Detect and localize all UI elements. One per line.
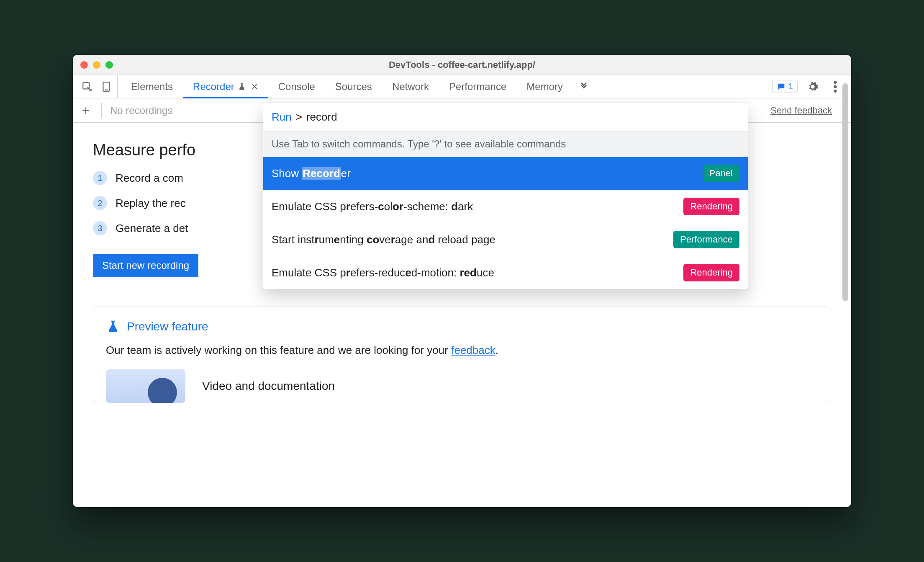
message-icon (777, 82, 786, 91)
card-title: Preview feature (127, 320, 208, 333)
scrollbar-thumb[interactable] (842, 83, 848, 301)
step-text: Generate a det (116, 222, 188, 235)
flask-icon (106, 320, 120, 334)
command-run-label: Run (272, 111, 292, 124)
step-text: Record a com (116, 172, 183, 185)
send-feedback-link[interactable]: Send feedback (770, 105, 845, 116)
tabs-overflow-icon[interactable] (573, 75, 595, 98)
command-item-badge: Performance (673, 231, 739, 248)
command-item-label: Show Recorder (272, 167, 351, 180)
titlebar: DevTools - coffee-cart.netlify.app/ (73, 55, 851, 75)
close-tab-icon[interactable]: ✕ (251, 82, 258, 92)
command-menu: Run >record Use Tab to switch commands. … (263, 103, 748, 289)
command-hint: Use Tab to switch commands. Type '?' to … (263, 131, 748, 157)
step-text: Replay the rec (116, 197, 186, 210)
tab-performance[interactable]: Performance (439, 75, 516, 98)
no-recordings-label: No recordings (110, 105, 172, 116)
command-prefix: > (296, 111, 302, 124)
media-title: Video and documentation (202, 379, 335, 393)
video-thumbnail[interactable] (106, 369, 185, 403)
step-number: 1 (93, 171, 107, 185)
command-input[interactable]: Run >record (263, 103, 748, 131)
command-item-label: Emulate CSS prefers-reduced-motion: redu… (272, 266, 494, 279)
card-text: Our team is actively working on this fea… (106, 344, 818, 357)
settings-icon[interactable] (805, 79, 820, 94)
new-recording-icon[interactable]: ＋ (79, 102, 93, 119)
start-recording-button[interactable]: Start new recording (93, 254, 198, 277)
window-title: DevTools - coffee-cart.netlify.app/ (73, 59, 851, 70)
tabs: Elements Recorder ✕ Console Sources Netw… (121, 75, 595, 98)
command-item-label: Start instrumenting coverage and reload … (272, 233, 495, 246)
svg-point-3 (834, 81, 837, 84)
tab-sources[interactable]: Sources (325, 75, 382, 98)
command-item[interactable]: Show RecorderPanel (263, 157, 748, 190)
devtools-window: DevTools - coffee-cart.netlify.app/ Elem… (73, 55, 851, 507)
preview-feature-card: Preview feature Our team is actively wor… (93, 307, 831, 403)
more-icon[interactable] (828, 79, 843, 94)
command-query: record (306, 111, 337, 124)
tab-strip: Elements Recorder ✕ Console Sources Netw… (73, 75, 851, 98)
svg-point-5 (834, 90, 837, 93)
feedback-link[interactable]: feedback (451, 344, 495, 356)
tab-elements[interactable]: Elements (121, 75, 183, 98)
command-item-label: Emulate CSS prefers-color-scheme: dark (272, 200, 473, 213)
command-item-badge: Panel (703, 165, 739, 182)
svg-point-4 (834, 85, 837, 88)
tab-network[interactable]: Network (382, 75, 439, 98)
command-item[interactable]: Emulate CSS prefers-reduced-motion: redu… (263, 256, 748, 289)
media-row: Video and documentation (106, 369, 818, 403)
tab-memory[interactable]: Memory (516, 75, 573, 98)
command-item[interactable]: Start instrumenting coverage and reload … (263, 223, 748, 256)
tab-recorder[interactable]: Recorder ✕ (183, 75, 268, 98)
device-toolbar-icon[interactable] (99, 79, 114, 94)
scrollbar[interactable] (841, 79, 850, 507)
step-number: 2 (93, 196, 107, 210)
messages-button[interactable]: 1 (772, 80, 798, 93)
flask-icon (238, 82, 246, 91)
tab-console[interactable]: Console (268, 75, 325, 98)
inspect-element-icon[interactable] (80, 79, 95, 94)
message-count: 1 (788, 82, 793, 91)
command-item-badge: Rendering (683, 264, 739, 281)
divider (101, 103, 102, 118)
command-item[interactable]: Emulate CSS prefers-color-scheme: darkRe… (263, 190, 748, 223)
step-number: 3 (93, 221, 107, 235)
command-item-badge: Rendering (683, 198, 739, 215)
